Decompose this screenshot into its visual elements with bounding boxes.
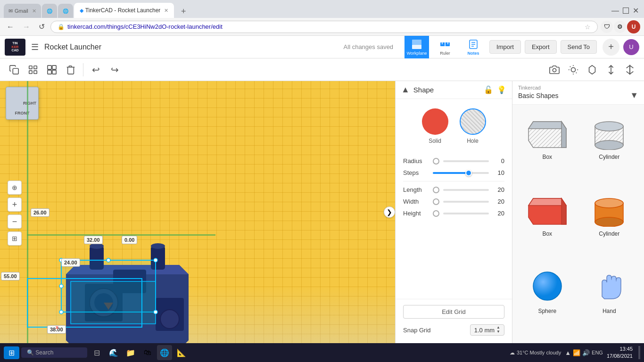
- zoom-out-btn[interactable]: −: [8, 214, 22, 229]
- taskbar-icon-chrome[interactable]: 🌐: [157, 345, 172, 360]
- browser-tab-inactive-3[interactable]: 🌐: [58, 4, 73, 18]
- shape-item-cyl-orange[interactable]: Cylinder: [580, 187, 639, 260]
- start-btn[interactable]: ⊞: [4, 346, 19, 359]
- solid-option[interactable]: Solid: [422, 108, 448, 144]
- length-slider-track[interactable]: [443, 189, 489, 191]
- copy-tool-btn[interactable]: [6, 61, 23, 78]
- add-user-btn[interactable]: +: [603, 39, 619, 56]
- taskbar-icon-app[interactable]: 📐: [174, 345, 189, 360]
- width-circle-btn[interactable]: [433, 198, 439, 205]
- radius-slider-track[interactable]: [443, 160, 489, 162]
- delete-tool-btn[interactable]: [62, 61, 79, 78]
- sys-tray-volume[interactable]: 🔊: [582, 349, 590, 356]
- workplane-tab[interactable]: Workplane: [405, 36, 429, 58]
- logo-ker: KER: [12, 45, 19, 49]
- shape-item-box-red[interactable]: Box: [518, 187, 577, 260]
- taskbar-icon-edge[interactable]: 🌊: [106, 345, 121, 360]
- snap-grid-control[interactable]: 1.0 mm ▲▼: [470, 324, 504, 336]
- main-area: FRONT RIGHT ⊕ + − ⊞: [0, 81, 644, 343]
- width-slider-track[interactable]: [443, 201, 489, 203]
- shape-item-box-grey[interactable]: Box: [518, 110, 577, 183]
- steps-slider-container[interactable]: [433, 172, 489, 174]
- hole-label: Hole: [467, 138, 479, 144]
- export-btn[interactable]: Export: [525, 40, 557, 54]
- view-cube[interactable]: FRONT RIGHT: [6, 87, 43, 124]
- undo-btn[interactable]: ↩: [87, 61, 104, 78]
- ruler-tab[interactable]: Ruler: [433, 36, 457, 58]
- search-taskbar[interactable]: 🔍 Search: [21, 347, 87, 358]
- shape-preview-box-grey: [524, 113, 571, 151]
- light-tool-btn[interactable]: [565, 61, 582, 78]
- viewport[interactable]: FRONT RIGHT ⊕ + − ⊞: [0, 81, 395, 343]
- panel-title: Shape: [413, 86, 480, 94]
- zoom-fit-btn[interactable]: ⊕: [8, 181, 22, 195]
- taskbar-icon-task-view[interactable]: ⊟: [89, 345, 104, 360]
- browser-tab-active[interactable]: ◆ TinkerCAD - Rocket Launcher ✕: [74, 3, 174, 18]
- taskbar-icon-files[interactable]: 📁: [123, 345, 138, 360]
- solid-circle: [422, 108, 448, 135]
- shape-tool-btn[interactable]: [584, 61, 601, 78]
- address-bar[interactable]: 🔒 tinkercad.com/things/cCE3HiNw2dO-rocke…: [50, 21, 598, 33]
- camera-tool-btn[interactable]: [546, 61, 563, 78]
- length-circle-btn[interactable]: [433, 187, 439, 193]
- zoom-in-btn[interactable]: +: [8, 197, 22, 212]
- nav-refresh-btn[interactable]: ↺: [36, 20, 48, 33]
- nav-back-btn[interactable]: ←: [4, 21, 17, 33]
- layers-btn[interactable]: ⊞: [8, 231, 22, 246]
- tinkercad-logo[interactable]: TIN KER CAD: [5, 39, 25, 56]
- shape-item-cyl-grey[interactable]: Cylinder: [580, 110, 639, 183]
- tab-close[interactable]: ✕: [32, 8, 36, 14]
- multiselect-tool-btn[interactable]: [43, 61, 60, 78]
- show-desktop-btn[interactable]: [638, 346, 640, 359]
- taskbar-icon-store[interactable]: 🛍: [140, 345, 155, 360]
- panel-expand-arrow[interactable]: ❯: [384, 206, 395, 218]
- nav-forward-btn[interactable]: →: [20, 21, 33, 33]
- browser-tab-inactive-1[interactable]: ✉ Gmail ✕: [4, 4, 41, 18]
- notes-tab[interactable]: Notes: [461, 36, 486, 58]
- hole-option[interactable]: Hole: [460, 108, 486, 144]
- new-tab-btn[interactable]: +: [177, 5, 190, 18]
- steps-row: Steps 10: [403, 169, 504, 176]
- shape-type-selection: Solid Hole: [396, 99, 512, 154]
- sys-tray-icon-1[interactable]: ▲: [565, 349, 571, 356]
- browser-tab-inactive-2[interactable]: 🌐: [42, 4, 57, 18]
- active-tab-close[interactable]: ✕: [164, 8, 168, 14]
- shape-panel-header: ▲ Shape 🔓 💡: [396, 81, 512, 99]
- shapes-header: Tinkercad Basic Shapes ▼: [512, 81, 644, 105]
- svg-point-51: [59, 284, 63, 288]
- group-tool-btn[interactable]: [25, 61, 41, 78]
- user-profile-btn[interactable]: U: [627, 20, 640, 33]
- window-close[interactable]: ✕: [633, 6, 640, 15]
- hamburger-menu-btn[interactable]: ☰: [29, 40, 41, 54]
- panel-bulb-icon[interactable]: 💡: [497, 85, 506, 94]
- shape-item-hand[interactable]: Hand: [580, 264, 639, 337]
- import-btn[interactable]: Import: [489, 40, 521, 54]
- send-to-btn[interactable]: Send To: [561, 40, 597, 54]
- window-maximize[interactable]: [623, 8, 629, 14]
- shapes-dropdown-arrow[interactable]: ▼: [630, 90, 638, 100]
- height-circle-btn[interactable]: [433, 210, 439, 217]
- shape-preview-sphere-blue: [524, 267, 571, 305]
- redo-btn[interactable]: ↪: [106, 61, 123, 78]
- sys-tray-network[interactable]: 📶: [573, 349, 580, 356]
- panel-collapse-btn[interactable]: ▲: [401, 85, 410, 95]
- panel-lock-icon[interactable]: 🔓: [484, 85, 493, 94]
- extension-icon-2[interactable]: ⚙: [614, 21, 626, 33]
- height-row: Height 20: [403, 210, 504, 217]
- snap-grid-label: Snap Grid: [403, 327, 431, 334]
- shape-item-sphere-blue[interactable]: Sphere: [518, 264, 577, 337]
- radius-circle-btn[interactable]: [433, 158, 439, 165]
- taskbar-clock[interactable]: 13:45 17/08/2021: [607, 346, 633, 360]
- height-slider-track[interactable]: [443, 213, 489, 214]
- browser-tab-bar: ✉ Gmail ✕ 🌐 🌐 ◆ TinkerCAD - Rocket Launc…: [0, 0, 644, 18]
- shape-preview-cyl-grey: [586, 113, 633, 151]
- mirror-tool-btn[interactable]: [621, 61, 638, 78]
- svg-rect-13: [34, 66, 37, 68]
- window-minimize[interactable]: —: [611, 7, 619, 15]
- solid-label: Solid: [429, 138, 441, 144]
- extension-icon-1[interactable]: 🛡: [601, 21, 613, 33]
- user-avatar[interactable]: U: [623, 39, 639, 55]
- star-icon[interactable]: ☆: [585, 23, 591, 31]
- align-tool-btn[interactable]: [603, 61, 619, 78]
- edit-grid-btn[interactable]: Edit Grid: [403, 305, 504, 319]
